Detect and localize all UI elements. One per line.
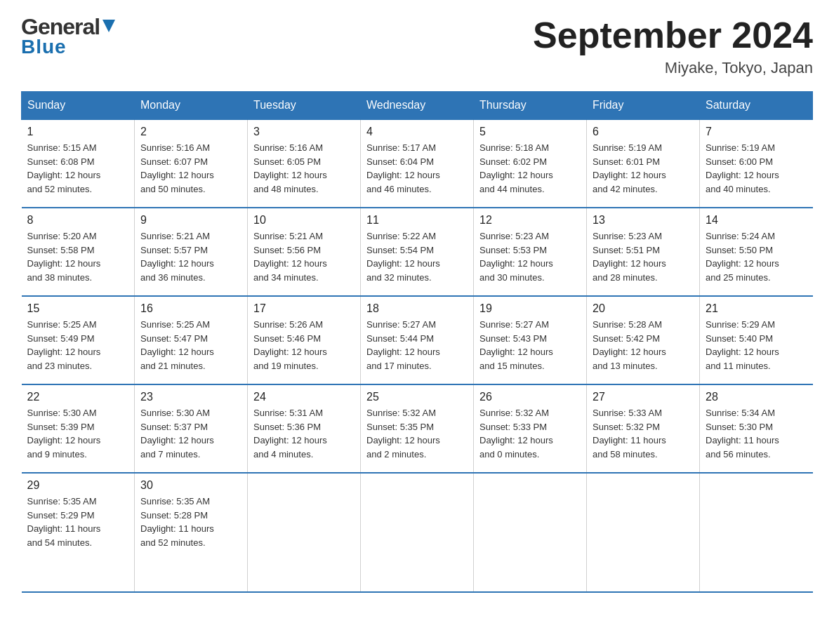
svg-marker-0 bbox=[102, 20, 115, 32]
day-number: 10 bbox=[253, 214, 355, 227]
calendar-cell: 8Sunrise: 5:20 AM Sunset: 5:58 PM Daylig… bbox=[22, 208, 135, 296]
logo-triangle-icon bbox=[101, 18, 117, 34]
header-tuesday: Tuesday bbox=[248, 92, 361, 120]
day-info: Sunrise: 5:21 AM Sunset: 5:56 PM Dayligh… bbox=[253, 229, 355, 284]
calendar-week-row: 1Sunrise: 5:15 AM Sunset: 6:08 PM Daylig… bbox=[22, 119, 813, 208]
day-info: Sunrise: 5:27 AM Sunset: 5:44 PM Dayligh… bbox=[366, 318, 468, 373]
day-info: Sunrise: 5:27 AM Sunset: 5:43 PM Dayligh… bbox=[479, 318, 581, 373]
header-sunday: Sunday bbox=[22, 92, 135, 120]
calendar-header-row: Sunday Monday Tuesday Wednesday Thursday… bbox=[22, 92, 813, 120]
day-number: 17 bbox=[253, 302, 355, 315]
calendar-cell: 17Sunrise: 5:26 AM Sunset: 5:46 PM Dayli… bbox=[248, 296, 361, 384]
calendar-cell bbox=[700, 473, 813, 592]
calendar-cell: 19Sunrise: 5:27 AM Sunset: 5:43 PM Dayli… bbox=[474, 296, 587, 384]
day-number: 14 bbox=[706, 214, 807, 227]
calendar-subtitle: Miyake, Tokyo, Japan bbox=[533, 59, 813, 77]
day-number: 27 bbox=[593, 391, 694, 403]
day-info: Sunrise: 5:29 AM Sunset: 5:40 PM Dayligh… bbox=[706, 318, 807, 373]
day-number: 15 bbox=[27, 302, 129, 315]
calendar-cell: 20Sunrise: 5:28 AM Sunset: 5:42 PM Dayli… bbox=[587, 296, 700, 384]
day-number: 20 bbox=[593, 302, 694, 315]
day-number: 30 bbox=[140, 479, 241, 492]
day-number: 13 bbox=[593, 214, 694, 227]
calendar-cell: 4Sunrise: 5:17 AM Sunset: 6:04 PM Daylig… bbox=[361, 119, 474, 208]
calendar-cell bbox=[248, 473, 361, 592]
day-number: 23 bbox=[140, 391, 241, 403]
calendar-cell: 1Sunrise: 5:15 AM Sunset: 6:08 PM Daylig… bbox=[22, 119, 135, 208]
calendar-title: September 2024 bbox=[533, 14, 813, 56]
calendar-cell: 28Sunrise: 5:34 AM Sunset: 5:30 PM Dayli… bbox=[700, 384, 813, 473]
calendar-cell: 12Sunrise: 5:23 AM Sunset: 5:53 PM Dayli… bbox=[474, 208, 587, 296]
calendar-table: Sunday Monday Tuesday Wednesday Thursday… bbox=[21, 91, 813, 593]
calendar-cell: 24Sunrise: 5:31 AM Sunset: 5:36 PM Dayli… bbox=[248, 384, 361, 473]
day-info: Sunrise: 5:18 AM Sunset: 6:02 PM Dayligh… bbox=[479, 141, 581, 196]
day-info: Sunrise: 5:17 AM Sunset: 6:04 PM Dayligh… bbox=[366, 141, 468, 196]
day-info: Sunrise: 5:22 AM Sunset: 5:54 PM Dayligh… bbox=[366, 229, 468, 284]
day-number: 26 bbox=[479, 391, 581, 403]
day-number: 4 bbox=[366, 126, 468, 138]
calendar-cell: 23Sunrise: 5:30 AM Sunset: 5:37 PM Dayli… bbox=[135, 384, 248, 473]
day-number: 16 bbox=[140, 302, 241, 315]
day-info: Sunrise: 5:34 AM Sunset: 5:30 PM Dayligh… bbox=[706, 406, 807, 461]
header-saturday: Saturday bbox=[700, 92, 813, 120]
day-info: Sunrise: 5:30 AM Sunset: 5:39 PM Dayligh… bbox=[27, 406, 129, 461]
calendar-cell: 6Sunrise: 5:19 AM Sunset: 6:01 PM Daylig… bbox=[587, 119, 700, 208]
calendar-week-row: 15Sunrise: 5:25 AM Sunset: 5:49 PM Dayli… bbox=[22, 296, 813, 384]
day-info: Sunrise: 5:24 AM Sunset: 5:50 PM Dayligh… bbox=[706, 229, 807, 284]
logo: General Blue bbox=[21, 14, 117, 58]
header-friday: Friday bbox=[587, 92, 700, 120]
calendar-cell: 7Sunrise: 5:19 AM Sunset: 6:00 PM Daylig… bbox=[700, 119, 813, 208]
day-info: Sunrise: 5:25 AM Sunset: 5:47 PM Dayligh… bbox=[140, 318, 241, 373]
day-number: 1 bbox=[27, 126, 129, 138]
calendar-cell: 18Sunrise: 5:27 AM Sunset: 5:44 PM Dayli… bbox=[361, 296, 474, 384]
page-header: General Blue September 2024 Miyake, Toky… bbox=[21, 14, 813, 77]
calendar-cell: 9Sunrise: 5:21 AM Sunset: 5:57 PM Daylig… bbox=[135, 208, 248, 296]
day-number: 9 bbox=[140, 214, 241, 227]
calendar-cell: 15Sunrise: 5:25 AM Sunset: 5:49 PM Dayli… bbox=[22, 296, 135, 384]
day-number: 19 bbox=[479, 302, 581, 315]
calendar-cell: 27Sunrise: 5:33 AM Sunset: 5:32 PM Dayli… bbox=[587, 384, 700, 473]
calendar-cell: 2Sunrise: 5:16 AM Sunset: 6:07 PM Daylig… bbox=[135, 119, 248, 208]
calendar-cell: 14Sunrise: 5:24 AM Sunset: 5:50 PM Dayli… bbox=[700, 208, 813, 296]
calendar-cell: 3Sunrise: 5:16 AM Sunset: 6:05 PM Daylig… bbox=[248, 119, 361, 208]
day-info: Sunrise: 5:35 AM Sunset: 5:28 PM Dayligh… bbox=[140, 495, 241, 549]
calendar-cell: 16Sunrise: 5:25 AM Sunset: 5:47 PM Dayli… bbox=[135, 296, 248, 384]
calendar-cell: 25Sunrise: 5:32 AM Sunset: 5:35 PM Dayli… bbox=[361, 384, 474, 473]
day-number: 11 bbox=[366, 214, 468, 227]
day-info: Sunrise: 5:23 AM Sunset: 5:51 PM Dayligh… bbox=[593, 229, 694, 284]
day-number: 22 bbox=[27, 391, 129, 403]
day-number: 29 bbox=[27, 479, 129, 492]
header-wednesday: Wednesday bbox=[361, 92, 474, 120]
day-info: Sunrise: 5:16 AM Sunset: 6:07 PM Dayligh… bbox=[140, 141, 241, 196]
day-number: 25 bbox=[366, 391, 468, 403]
day-info: Sunrise: 5:20 AM Sunset: 5:58 PM Dayligh… bbox=[27, 229, 129, 284]
day-info: Sunrise: 5:19 AM Sunset: 6:00 PM Dayligh… bbox=[706, 141, 807, 196]
calendar-cell: 30Sunrise: 5:35 AM Sunset: 5:28 PM Dayli… bbox=[135, 473, 248, 592]
day-number: 28 bbox=[706, 391, 807, 403]
calendar-cell: 22Sunrise: 5:30 AM Sunset: 5:39 PM Dayli… bbox=[22, 384, 135, 473]
calendar-cell bbox=[474, 473, 587, 592]
day-number: 5 bbox=[479, 126, 581, 138]
calendar-cell: 13Sunrise: 5:23 AM Sunset: 5:51 PM Dayli… bbox=[587, 208, 700, 296]
day-info: Sunrise: 5:31 AM Sunset: 5:36 PM Dayligh… bbox=[253, 406, 355, 461]
day-info: Sunrise: 5:16 AM Sunset: 6:05 PM Dayligh… bbox=[253, 141, 355, 196]
day-number: 12 bbox=[479, 214, 581, 227]
day-number: 7 bbox=[706, 126, 807, 138]
day-info: Sunrise: 5:32 AM Sunset: 5:33 PM Dayligh… bbox=[479, 406, 581, 461]
day-info: Sunrise: 5:15 AM Sunset: 6:08 PM Dayligh… bbox=[27, 141, 129, 196]
day-number: 3 bbox=[253, 126, 355, 138]
logo-blue: Blue bbox=[21, 36, 67, 58]
day-number: 8 bbox=[27, 214, 129, 227]
calendar-week-row: 22Sunrise: 5:30 AM Sunset: 5:39 PM Dayli… bbox=[22, 384, 813, 473]
day-info: Sunrise: 5:28 AM Sunset: 5:42 PM Dayligh… bbox=[593, 318, 694, 373]
calendar-cell bbox=[361, 473, 474, 592]
calendar-week-row: 8Sunrise: 5:20 AM Sunset: 5:58 PM Daylig… bbox=[22, 208, 813, 296]
day-number: 18 bbox=[366, 302, 468, 315]
calendar-cell: 5Sunrise: 5:18 AM Sunset: 6:02 PM Daylig… bbox=[474, 119, 587, 208]
day-info: Sunrise: 5:32 AM Sunset: 5:35 PM Dayligh… bbox=[366, 406, 468, 461]
day-number: 24 bbox=[253, 391, 355, 403]
calendar-cell: 10Sunrise: 5:21 AM Sunset: 5:56 PM Dayli… bbox=[248, 208, 361, 296]
calendar-week-row: 29Sunrise: 5:35 AM Sunset: 5:29 PM Dayli… bbox=[22, 473, 813, 592]
calendar-cell bbox=[587, 473, 700, 592]
day-info: Sunrise: 5:23 AM Sunset: 5:53 PM Dayligh… bbox=[479, 229, 581, 284]
